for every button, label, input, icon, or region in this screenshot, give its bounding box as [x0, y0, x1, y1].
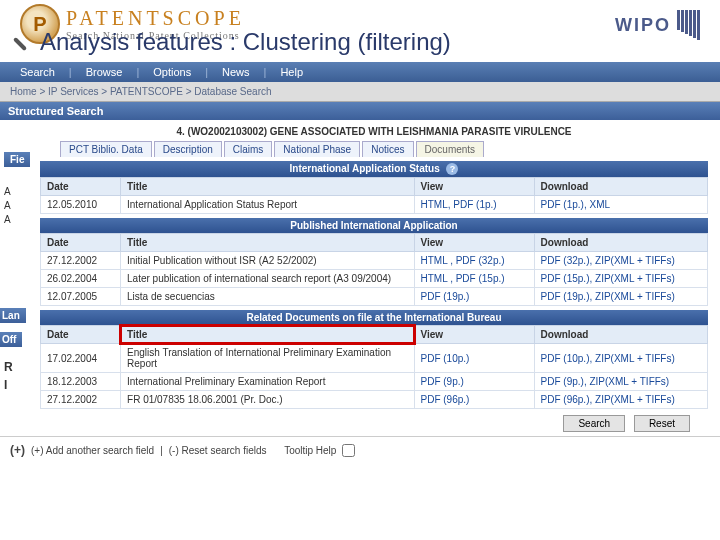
- add-field-link[interactable]: (+) Add another search field: [31, 443, 154, 457]
- panel-header: Structured Search: [0, 102, 720, 120]
- table-related: Date Title View Download 17.02.2004Engli…: [40, 325, 708, 409]
- side-r: R: [4, 360, 13, 374]
- tab-biblio[interactable]: PCT Biblio. Data: [60, 141, 152, 157]
- view-link[interactable]: PDF (10p.): [421, 353, 470, 364]
- side-lan: Lan: [0, 308, 26, 323]
- highlight-box: [119, 324, 415, 345]
- side-a2: A: [4, 200, 11, 211]
- side-i: I: [4, 378, 7, 392]
- result-title: 4. (WO2002103002) GENE ASSOCIATED WITH L…: [40, 124, 708, 139]
- view-link[interactable]: PDF (96p.): [421, 394, 470, 405]
- side-a1: A: [4, 186, 11, 197]
- table-published: Date Title View Download 27.12.2002Initi…: [40, 233, 708, 306]
- table-row: 26.02.2004Later publication of internati…: [41, 270, 708, 288]
- view-link[interactable]: HTML, PDF (1p.): [421, 199, 497, 210]
- table-row: 18.12.2003International Preliminary Exam…: [41, 373, 708, 391]
- download-link[interactable]: PDF (10p.), ZIP(XML + TIFFs): [541, 353, 675, 364]
- nav-browse[interactable]: Browse: [78, 66, 131, 78]
- download-link[interactable]: PDF (15p.), ZIP(XML + TIFFs): [541, 273, 675, 284]
- crumb-ip[interactable]: IP Services: [48, 86, 98, 97]
- crumb-scope[interactable]: PATENTSCOPE: [110, 86, 183, 97]
- nav-help[interactable]: Help: [272, 66, 311, 78]
- table-row: 12.07.2005Lista de secuenciasPDF (19p.)P…: [41, 288, 708, 306]
- view-link[interactable]: HTML , PDF (32p.): [421, 255, 505, 266]
- help-icon[interactable]: ?: [446, 163, 458, 175]
- tab-claims[interactable]: Claims: [224, 141, 273, 157]
- nav-options[interactable]: Options: [145, 66, 199, 78]
- table-row: 27.12.2002Initial Publication without IS…: [41, 252, 708, 270]
- tab-national[interactable]: National Phase: [274, 141, 360, 157]
- nav-search[interactable]: Search: [12, 66, 63, 78]
- section-app-status: International Application Status ?: [40, 161, 708, 177]
- th-view: View: [414, 178, 534, 196]
- tab-description[interactable]: Description: [154, 141, 222, 157]
- section-published: Published International Application: [40, 218, 708, 233]
- reset-fields-link[interactable]: (-) Reset search fields: [169, 445, 267, 456]
- download-link[interactable]: PDF (9p.), ZIP(XML + TIFFs): [541, 376, 670, 387]
- th-date: Date: [41, 178, 121, 196]
- download-link[interactable]: PDF (96p.), ZIP(XML + TIFFs): [541, 394, 675, 405]
- download-link[interactable]: PDF (19p.), ZIP(XML + TIFFs): [541, 291, 675, 302]
- table-app-status: Date Title View Download 12.05.2010 Inte…: [40, 177, 708, 214]
- breadcrumb: Home > IP Services > PATENTSCOPE > Datab…: [0, 82, 720, 102]
- download-link[interactable]: PDF (1p.), XML: [541, 199, 610, 210]
- side-off: Off: [0, 332, 22, 347]
- tooltip-label: Tooltip Help: [284, 445, 336, 456]
- tab-notices[interactable]: Notices: [362, 141, 413, 157]
- view-link[interactable]: PDF (19p.): [421, 291, 470, 302]
- th-title: Title: [121, 178, 414, 196]
- tab-documents[interactable]: Documents: [416, 141, 485, 157]
- crumb-home[interactable]: Home: [10, 86, 37, 97]
- view-link[interactable]: HTML , PDF (15p.): [421, 273, 505, 284]
- th-download: Download: [534, 178, 707, 196]
- side-fie: Fie: [4, 152, 30, 167]
- download-link[interactable]: PDF (32p.), ZIP(XML + TIFFs): [541, 255, 675, 266]
- tooltip-checkbox[interactable]: [342, 444, 355, 457]
- footer-bar: (+)(+) Add another search field (+) Add …: [0, 436, 720, 463]
- reset-button[interactable]: Reset: [634, 415, 690, 432]
- table-row: 12.05.2010 International Application Sta…: [41, 196, 708, 214]
- table-row: 17.02.2004English Translation of Interna…: [41, 344, 708, 373]
- brand-name: PATENTSCOPE: [66, 7, 245, 30]
- table-row: 27.12.2002FR 01/07835 18.06.2001 (Pr. Do…: [41, 391, 708, 409]
- view-link[interactable]: PDF (9p.): [421, 376, 464, 387]
- section-related: Related Documents on file at the Interna…: [40, 310, 708, 325]
- search-button[interactable]: Search: [563, 415, 625, 432]
- crumb-db[interactable]: Database Search: [194, 86, 271, 97]
- nav-news[interactable]: News: [214, 66, 258, 78]
- page-title: Analysis features : Clustering (filterin…: [0, 28, 720, 62]
- main-nav: Search| Browse| Options| News| Help: [0, 62, 720, 82]
- side-a3: A: [4, 214, 11, 225]
- doc-tabs: PCT Biblio. Data Description Claims Nati…: [60, 141, 708, 157]
